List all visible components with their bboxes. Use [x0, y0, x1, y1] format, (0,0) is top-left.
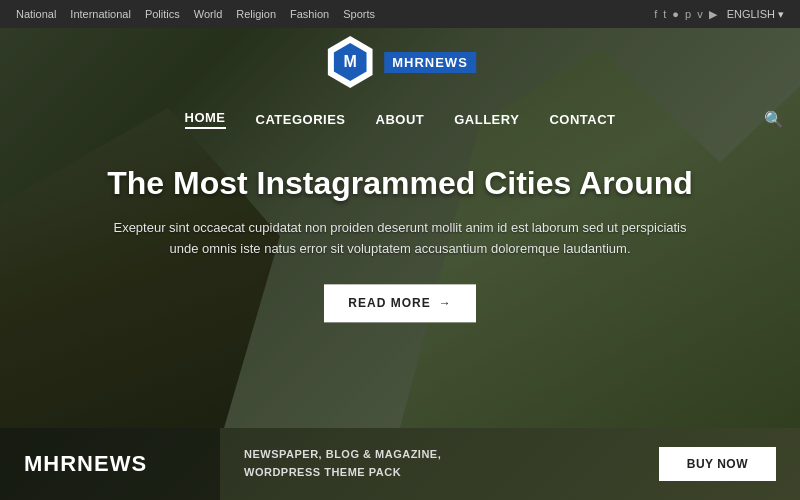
nav-categories[interactable]: CATEGORIES — [256, 112, 346, 127]
top-bar-right: f t ● p v ▶ ENGLISH ▾ — [654, 8, 784, 21]
search-icon[interactable]: 🔍 — [764, 100, 784, 139]
banner-description: NEWSPAPER, BLOG & MAGAZINE, WORDPRESS TH… — [244, 446, 441, 481]
logo-hex-inner: M — [331, 43, 369, 81]
read-more-button[interactable]: READ MORE → — [324, 284, 475, 322]
hero-content: The Most Instagrammed Cities Around Exep… — [100, 165, 700, 322]
logo-badge[interactable]: MHRNEWS — [384, 52, 476, 73]
top-bar-nav: National International Politics World Re… — [16, 8, 375, 20]
main-nav: HOME CATEGORIES ABOUT GALLERY CONTACT — [0, 100, 800, 139]
youtube-icon[interactable]: ▶ — [709, 8, 717, 21]
vimeo-icon[interactable]: v — [697, 8, 703, 20]
banner-logo-section: MHRNEWS — [0, 428, 220, 500]
language-selector[interactable]: ENGLISH ▾ — [727, 8, 784, 21]
banner-button-section: BUY NOW — [635, 428, 800, 500]
facebook-icon[interactable]: f — [654, 8, 657, 20]
nav-home[interactable]: HOME — [185, 110, 226, 129]
top-bar: National International Politics World Re… — [0, 0, 800, 28]
bottom-banner: MHRNEWS NEWSPAPER, BLOG & MAGAZINE, WORD… — [0, 428, 800, 500]
pinterest-icon[interactable]: p — [685, 8, 691, 20]
nav-world[interactable]: World — [194, 8, 223, 20]
nav-about[interactable]: ABOUT — [376, 112, 425, 127]
twitter-icon[interactable]: t — [663, 8, 666, 20]
nav-sports[interactable]: Sports — [343, 8, 375, 20]
logo-hex: M — [324, 36, 376, 88]
social-icons: f t ● p v ▶ — [654, 8, 716, 21]
instagram-icon[interactable]: ● — [672, 8, 679, 20]
hero-title: The Most Instagrammed Cities Around — [100, 165, 700, 202]
nav-contact[interactable]: CONTACT — [549, 112, 615, 127]
nav-religion[interactable]: Religion — [236, 8, 276, 20]
nav-fashion[interactable]: Fashion — [290, 8, 329, 20]
nav-national[interactable]: National — [16, 8, 56, 20]
banner-description-section: NEWSPAPER, BLOG & MAGAZINE, WORDPRESS TH… — [220, 428, 635, 500]
banner-logo-text: MHRNEWS — [24, 451, 147, 477]
nav-international[interactable]: International — [70, 8, 131, 20]
logo-letter: M — [344, 53, 357, 71]
hero-section: M MHRNEWS HOME CATEGORIES ABOUT GALLERY … — [0, 28, 800, 428]
buy-now-button[interactable]: BUY NOW — [659, 447, 776, 481]
hero-description: Exepteur sint occaecat cupidatat non pro… — [100, 218, 700, 260]
logo-area: M MHRNEWS — [324, 36, 476, 88]
nav-gallery[interactable]: GALLERY — [454, 112, 519, 127]
nav-politics[interactable]: Politics — [145, 8, 180, 20]
